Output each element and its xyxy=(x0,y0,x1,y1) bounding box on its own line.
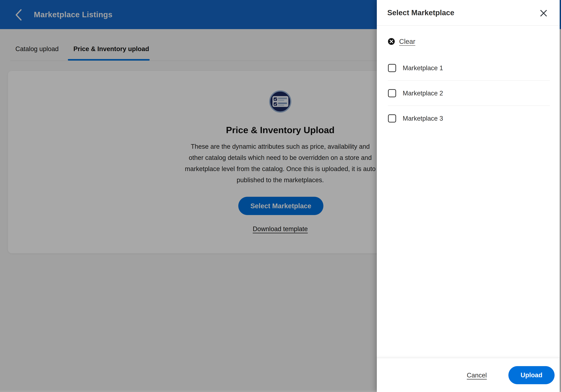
drawer-footer: Cancel Upload xyxy=(377,358,560,392)
marketplace-option-row: Marketplace 1 xyxy=(377,55,560,81)
circle-x-icon xyxy=(388,38,395,45)
close-icon xyxy=(539,9,548,18)
marketplace-option-row: Marketplace 3 xyxy=(377,106,560,131)
cancel-button[interactable]: Cancel xyxy=(467,371,487,379)
marketplace-option-row: Marketplace 2 xyxy=(377,81,560,106)
upload-button[interactable]: Upload xyxy=(508,366,555,384)
marketplace-2-checkbox[interactable] xyxy=(388,89,396,97)
clear-label[interactable]: Clear xyxy=(399,38,415,45)
marketplace-3-label: Marketplace 3 xyxy=(403,115,443,122)
select-marketplace-drawer: Select Marketplace Clear Marketplace 1 xyxy=(377,0,560,392)
close-button[interactable] xyxy=(539,9,548,18)
marketplace-3-checkbox[interactable] xyxy=(388,114,396,122)
marketplace-2-label: Marketplace 2 xyxy=(403,89,443,97)
drawer-header: Select Marketplace xyxy=(377,0,560,26)
marketplace-listings-page: Marketplace Listings Catalog upload Pric… xyxy=(0,0,561,392)
marketplace-1-label: Marketplace 1 xyxy=(403,64,443,72)
drawer-title: Select Marketplace xyxy=(387,0,454,25)
marketplace-1-checkbox[interactable] xyxy=(388,64,396,72)
